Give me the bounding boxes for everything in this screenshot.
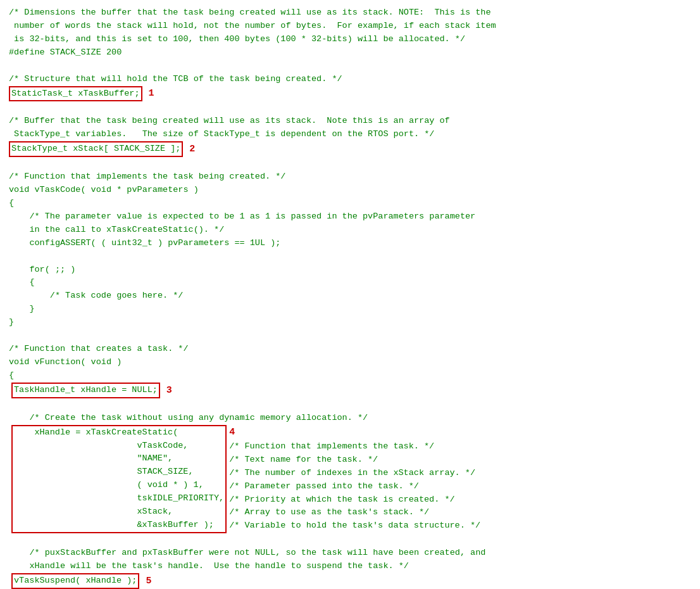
define-line: #define STACK_SIZE 200 [9,46,691,60]
brace-open-1: { [9,197,691,210]
stack-line: StackType_t xStack[ STACK_SIZE ]; [11,144,180,153]
param-2: "NAME", [14,452,224,466]
section-1: /* Structure that will hold the TCB of t… [9,73,691,102]
comment-p6: /* Array to use as the task's stack. */ [229,506,480,519]
static-task-line: StaticTask_t xTaskBuffer; [11,89,140,98]
brace-close-1: } [9,316,691,329]
comment-7: /* Function that creates a task. */ [9,343,691,356]
section-top-comment: /* Dimensions the buffer that the task b… [9,6,691,60]
section-vtaskcode: /* Function that implements the task bei… [9,170,691,329]
box-5: vTaskSuspend( xHandle ); [11,573,139,589]
annotation-4: 4 [229,425,480,440]
section-2: /* Buffer that the task being created wi… [9,115,691,157]
void-function: void vFunction( void ) [9,356,691,369]
comment-line-1b: number of words the stack will hold, not… [9,20,691,33]
comment-3b: StackType_t variables. The size of Stack… [9,128,691,141]
blank-7 [9,533,691,547]
comment-p4: /* Parameter passed into the task. */ [229,480,480,493]
param-6: xStack, [14,505,224,519]
annotation-5: 5 [146,574,151,588]
annotation-3: 3 [166,383,172,398]
box-2: StackType_t xStack[ STACK_SIZE ]; [9,141,183,157]
comment-8: /* Create the task without using any dyn… [9,412,691,425]
annotation-1: 1 [149,86,154,101]
box-3: TaskHandle_t xHandle = NULL; [11,383,160,398]
blank-6 [9,398,691,412]
comment-p1: /* Function that implements the task. */ [229,440,480,453]
box-1: StaticTask_t xTaskBuffer; [9,86,142,102]
box-4: xHandle = xTaskCreateStatic( vTaskCode, … [11,425,227,533]
task-handle-line: TaskHandle_t xHandle = NULL; [14,385,158,395]
param-7: &xTaskBuffer ); [14,519,224,532]
suspend-line: vTaskSuspend( xHandle ); [14,576,137,585]
comment-p3: /* The number of indexes in the xStack a… [229,467,480,480]
brace-close-2: } [9,303,691,316]
comment-3a: /* Buffer that the task being created wi… [9,115,691,128]
brace-open-3: { [9,369,691,383]
comment-line-1: /* Dimensions the buffer that the task b… [9,6,691,20]
comment-6: /* Task code goes here. */ [9,289,691,303]
param-3: STACK_SIZE, [14,466,224,479]
config-assert: configASSERT( ( uint32_t ) pvParameters … [9,237,691,250]
comment-9b: xHandle will be the task's handle. Use t… [9,560,691,573]
comment-line-1c: is 32-bits, and this is set to 100, then… [9,33,691,46]
param-5: tskIDLE_PRIORITY, [14,492,224,505]
comment-2: /* Structure that will hold the TCB of t… [9,73,691,86]
param-1: vTaskCode, [14,440,224,453]
comment-9a: /* puxStackBuffer and pxTaskBuffer were … [9,547,691,560]
param-4: ( void * ) 1, [14,479,224,492]
comment-p2: /* Text name for the task. */ [229,453,480,467]
blank-4 [9,250,691,263]
comment-5b: in the call to xTaskCreateStatic(). */ [9,224,691,237]
brace-open-2: { [9,276,691,289]
comment-p7: /* Variable to hold the task's data stru… [229,519,480,533]
xcreate-line: xHandle = xTaskCreateStatic( [14,426,224,440]
comment-p5: /* Priority at which the task is created… [229,493,480,507]
code-container: /* Dimensions the buffer that the task b… [9,6,691,589]
void-task-code: void vTaskCode( void * pvParameters ) [9,184,691,197]
comment-5a: /* The parameter value is expected to be… [9,210,691,224]
annotation-2: 2 [189,142,195,156]
section-vfunction: /* Function that creates a task. */ void… [9,343,691,589]
for-loop: for( ;; ) [9,263,691,277]
comment-4: /* Function that implements the task bei… [9,170,691,184]
